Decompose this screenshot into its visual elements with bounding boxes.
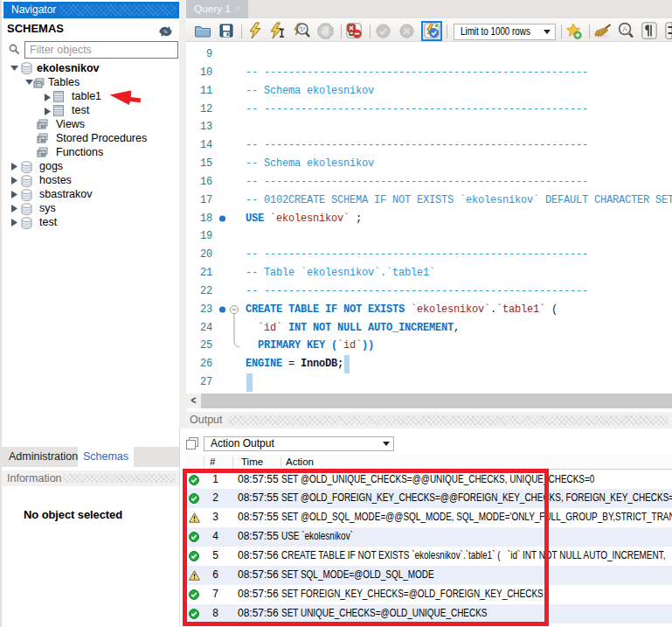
svg-text:A: A bbox=[622, 24, 627, 33]
